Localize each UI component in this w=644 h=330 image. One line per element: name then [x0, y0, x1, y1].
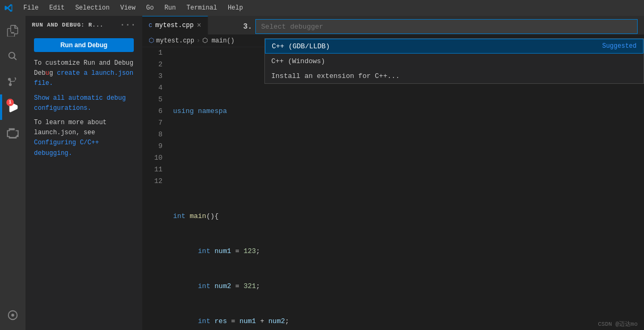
line-num-2: 2 — [142, 59, 162, 71]
line-num-10: 10 — [142, 152, 162, 164]
tab-file-icon: C — [149, 22, 152, 29]
menu-edit[interactable]: Edit — [45, 3, 69, 13]
editor-area: C mytest.cpp × ⬡ mytest.cpp › ⬡ main() 1… — [142, 16, 644, 330]
line-num-4: 4 — [142, 82, 162, 94]
code-line-6: int num1 = 123; — [173, 246, 644, 257]
tab-filename: mytest.cpp — [156, 22, 194, 29]
explorer-icon[interactable] — [0, 18, 25, 44]
line-num-6: 6 — [142, 106, 162, 117]
code-content[interactable]: using namespa int main(){ int num1 = 123… — [169, 47, 644, 330]
debugger-item-gdb[interactable]: C++ (GDB/LLDB) Suggested — [265, 39, 643, 54]
file-tab[interactable]: C mytest.cpp × — [142, 16, 208, 34]
line-num-8: 8 — [142, 129, 162, 141]
watermark: CSDN @迈达mo — [598, 320, 638, 328]
sidebar-title: RUN AND DEBUG: R... ··· — [25, 16, 142, 34]
line-num-7: 7 — [142, 117, 162, 129]
menu-view[interactable]: View — [116, 3, 140, 13]
search-icon[interactable] — [0, 44, 25, 69]
sidebar-more-icon[interactable]: ··· — [120, 20, 136, 30]
line-num-1: 1 — [142, 47, 162, 59]
activity-bar: 1 — [0, 16, 25, 330]
code-line-5: int main(){ — [173, 211, 644, 222]
main-layout: 1 RUN AND DEBUG: R... ··· Run and Debug … — [0, 16, 644, 330]
line-num-12: 12 — [142, 176, 162, 187]
show-all-link[interactable]: Show all automatic debug configurations. — [34, 94, 126, 112]
breadcrumb-sep: › — [196, 37, 200, 45]
sidebar-title-text: RUN AND DEBUG: R... — [32, 22, 104, 28]
debugger-item-windows[interactable]: C++ (Windows) — [265, 54, 643, 68]
tab-close-icon[interactable]: × — [197, 21, 201, 30]
line-num-5: 5 — [142, 94, 162, 106]
line-num-9: 9 — [142, 141, 162, 152]
debugger-item-install-label: Install an extension for C++... — [271, 72, 637, 80]
debug-text: Deb — [34, 70, 46, 77]
extensions-icon[interactable] — [0, 120, 25, 145]
sidebar-content: Run and Debug To customize Run and Debug… — [25, 34, 142, 167]
run-debug-icon[interactable]: 1 — [0, 94, 25, 120]
debugger-item-install[interactable]: Install an extension for C++... — [265, 68, 643, 83]
menu-go[interactable]: Go — [142, 3, 158, 13]
remote-icon[interactable] — [0, 302, 25, 328]
menu-file[interactable]: File — [19, 3, 43, 13]
line-numbers: 1 2 3 4 5 6 7 8 9 10 11 12 — [142, 47, 169, 330]
vscode-icon — [4, 4, 13, 12]
svg-point-1 — [11, 314, 14, 317]
menu-run[interactable]: Run — [160, 3, 181, 13]
code-line-7: int num2 = 321; — [173, 281, 644, 292]
debugger-item-windows-label: C++ (Windows) — [271, 57, 637, 65]
tab-bar: C mytest.cpp × — [142, 16, 644, 34]
line-num-11: 11 — [142, 164, 162, 176]
menu-terminal[interactable]: Terminal — [182, 3, 221, 13]
breadcrumb-file-name[interactable]: mytest.cpp — [156, 37, 194, 45]
run-debug-button[interactable]: Run and Debug — [34, 38, 134, 52]
breadcrumb-fn[interactable]: ⬡ main() — [202, 37, 234, 45]
suggested-label: Suggested — [602, 42, 637, 50]
learn-more-text: To learn more about launch.json, see Con… — [34, 118, 134, 159]
config-link[interactable]: Configuring C/C++ debugging. — [34, 139, 99, 157]
customize-text: To customize Run and Debug Debug create … — [34, 58, 134, 89]
debugger-dropdown: C++ (GDB/LLDB) Suggested C++ (Windows) I… — [264, 38, 644, 84]
debug-text-red: u — [46, 70, 49, 77]
menu-bar: File Edit Selection View Go Run Terminal… — [0, 0, 644, 16]
code-line-2: using namespa — [173, 106, 644, 117]
code-line-8: int res = num1 + num2; — [173, 316, 644, 327]
menu-help[interactable]: Help — [224, 3, 247, 13]
line-num-3: 3 — [142, 71, 162, 82]
source-control-icon[interactable] — [0, 69, 25, 94]
code-line-4 — [173, 176, 644, 187]
sidebar: RUN AND DEBUG: R... ··· Run and Debug To… — [25, 16, 142, 330]
menu-selection[interactable]: Selection — [71, 3, 114, 13]
breadcrumb-file[interactable]: ⬡ — [149, 37, 154, 45]
code-editor[interactable]: 1 2 3 4 5 6 7 8 9 10 11 12 using namespa… — [142, 47, 644, 330]
code-line-3 — [173, 141, 644, 152]
show-all-text: Show all automatic debug configurations. — [34, 93, 134, 114]
debugger-item-gdb-label: C++ (GDB/LLDB) — [272, 42, 602, 50]
